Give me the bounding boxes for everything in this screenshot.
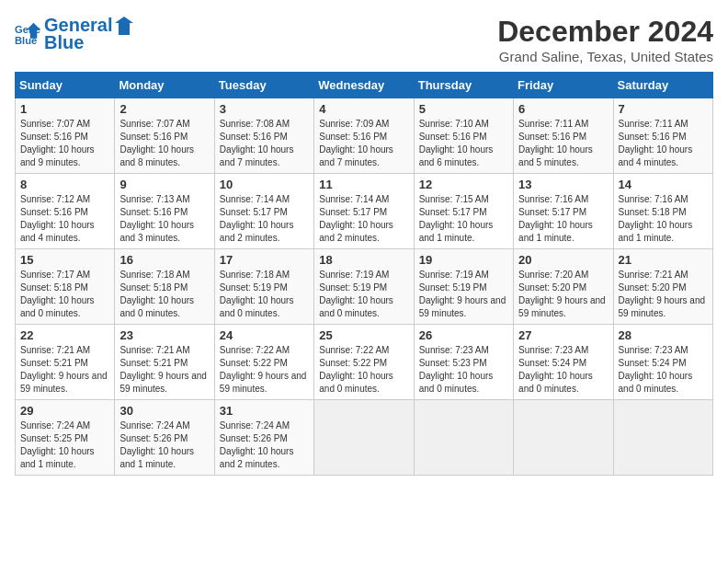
calendar-cell: 8Sunrise: 7:12 AMSunset: 5:16 PMDaylight… xyxy=(16,174,115,249)
page-header: General Blue General Blue December 2024 … xyxy=(15,15,713,64)
day-info: Sunrise: 7:19 AMSunset: 5:19 PMDaylight:… xyxy=(319,269,408,320)
day-header-wednesday: Wednesday xyxy=(314,73,414,98)
calendar-week-row: 8Sunrise: 7:12 AMSunset: 5:16 PMDaylight… xyxy=(16,174,713,249)
day-number: 4 xyxy=(319,102,408,116)
calendar-cell: 31Sunrise: 7:24 AMSunset: 5:26 PMDayligh… xyxy=(214,400,313,476)
day-info: Sunrise: 7:21 AMSunset: 5:20 PMDaylight:… xyxy=(619,269,708,320)
day-number: 30 xyxy=(119,404,209,418)
month-title: December 2024 xyxy=(497,15,713,49)
calendar-cell: 18Sunrise: 7:19 AMSunset: 5:19 PMDayligh… xyxy=(314,249,414,325)
day-number: 25 xyxy=(319,328,408,342)
calendar-cell: 19Sunrise: 7:19 AMSunset: 5:19 PMDayligh… xyxy=(414,249,513,325)
day-number: 11 xyxy=(319,178,408,191)
day-number: 22 xyxy=(20,328,109,342)
calendar-cell: 14Sunrise: 7:16 AMSunset: 5:18 PMDayligh… xyxy=(613,174,712,249)
day-number: 29 xyxy=(20,404,109,418)
day-info: Sunrise: 7:22 AMSunset: 5:22 PMDaylight:… xyxy=(319,344,408,396)
calendar-cell: 12Sunrise: 7:15 AMSunset: 5:17 PMDayligh… xyxy=(414,174,513,249)
calendar-cell: 30Sunrise: 7:24 AMSunset: 5:26 PMDayligh… xyxy=(115,400,214,476)
day-number: 23 xyxy=(119,328,209,342)
day-info: Sunrise: 7:11 AMSunset: 5:16 PMDaylight:… xyxy=(619,118,708,169)
day-number: 16 xyxy=(119,253,209,267)
day-info: Sunrise: 7:24 AMSunset: 5:26 PMDaylight:… xyxy=(119,419,209,471)
calendar-cell: 27Sunrise: 7:23 AMSunset: 5:24 PMDayligh… xyxy=(514,325,613,400)
day-info: Sunrise: 7:16 AMSunset: 5:18 PMDaylight:… xyxy=(619,193,708,245)
calendar-cell: 13Sunrise: 7:16 AMSunset: 5:17 PMDayligh… xyxy=(514,174,613,249)
day-number: 15 xyxy=(20,253,109,267)
day-number: 21 xyxy=(619,253,708,267)
calendar-cell: 26Sunrise: 7:23 AMSunset: 5:23 PMDayligh… xyxy=(414,325,513,400)
calendar-cell xyxy=(613,400,712,476)
day-number: 17 xyxy=(220,253,309,267)
day-number: 27 xyxy=(518,328,608,342)
calendar-cell: 21Sunrise: 7:21 AMSunset: 5:20 PMDayligh… xyxy=(613,249,712,325)
day-number: 6 xyxy=(518,102,608,116)
calendar-week-row: 29Sunrise: 7:24 AMSunset: 5:25 PMDayligh… xyxy=(16,400,713,476)
calendar-cell xyxy=(514,400,613,476)
logo: General Blue General Blue xyxy=(15,15,134,53)
day-header-tuesday: Tuesday xyxy=(214,73,313,98)
day-info: Sunrise: 7:14 AMSunset: 5:17 PMDaylight:… xyxy=(319,193,408,245)
day-info: Sunrise: 7:07 AMSunset: 5:16 PMDaylight:… xyxy=(20,118,109,169)
logo-icon: General Blue xyxy=(15,21,40,47)
day-header-thursday: Thursday xyxy=(414,73,513,98)
calendar-cell: 9Sunrise: 7:13 AMSunset: 5:16 PMDaylight… xyxy=(115,174,214,249)
calendar-cell: 5Sunrise: 7:10 AMSunset: 5:16 PMDaylight… xyxy=(414,98,513,174)
day-info: Sunrise: 7:18 AMSunset: 5:19 PMDaylight:… xyxy=(220,269,309,320)
calendar-cell xyxy=(314,400,414,476)
day-info: Sunrise: 7:14 AMSunset: 5:17 PMDaylight:… xyxy=(220,193,309,245)
day-info: Sunrise: 7:21 AMSunset: 5:21 PMDaylight:… xyxy=(20,344,109,396)
calendar-cell: 29Sunrise: 7:24 AMSunset: 5:25 PMDayligh… xyxy=(16,400,115,476)
calendar-week-row: 15Sunrise: 7:17 AMSunset: 5:18 PMDayligh… xyxy=(16,249,713,325)
calendar-cell: 25Sunrise: 7:22 AMSunset: 5:22 PMDayligh… xyxy=(314,325,414,400)
calendar-cell: 17Sunrise: 7:18 AMSunset: 5:19 PMDayligh… xyxy=(214,249,313,325)
day-number: 13 xyxy=(518,178,608,191)
day-number: 26 xyxy=(419,328,508,342)
day-info: Sunrise: 7:23 AMSunset: 5:24 PMDaylight:… xyxy=(518,344,608,396)
calendar-cell xyxy=(414,400,513,476)
day-number: 5 xyxy=(419,102,508,116)
day-info: Sunrise: 7:09 AMSunset: 5:16 PMDaylight:… xyxy=(319,118,408,169)
day-number: 7 xyxy=(619,102,708,116)
calendar-table: SundayMondayTuesdayWednesdayThursdayFrid… xyxy=(15,72,713,476)
day-number: 14 xyxy=(619,178,708,191)
day-info: Sunrise: 7:13 AMSunset: 5:16 PMDaylight:… xyxy=(119,193,209,245)
svg-marker-3 xyxy=(115,17,133,35)
location-title: Grand Saline, Texas, United States xyxy=(497,49,713,64)
day-info: Sunrise: 7:15 AMSunset: 5:17 PMDaylight:… xyxy=(419,193,508,245)
calendar-cell: 16Sunrise: 7:18 AMSunset: 5:18 PMDayligh… xyxy=(115,249,214,325)
calendar-cell: 15Sunrise: 7:17 AMSunset: 5:18 PMDayligh… xyxy=(16,249,115,325)
calendar-cell: 24Sunrise: 7:22 AMSunset: 5:22 PMDayligh… xyxy=(214,325,313,400)
day-header-friday: Friday xyxy=(514,73,613,98)
day-number: 24 xyxy=(220,328,309,342)
day-info: Sunrise: 7:21 AMSunset: 5:21 PMDaylight:… xyxy=(119,344,209,396)
calendar-week-row: 22Sunrise: 7:21 AMSunset: 5:21 PMDayligh… xyxy=(16,325,713,400)
day-number: 19 xyxy=(419,253,508,267)
calendar-cell: 7Sunrise: 7:11 AMSunset: 5:16 PMDaylight… xyxy=(613,98,712,174)
day-number: 18 xyxy=(319,253,408,267)
day-info: Sunrise: 7:24 AMSunset: 5:26 PMDaylight:… xyxy=(220,419,309,471)
day-number: 12 xyxy=(419,178,508,191)
calendar-cell: 4Sunrise: 7:09 AMSunset: 5:16 PMDaylight… xyxy=(314,98,414,174)
day-info: Sunrise: 7:20 AMSunset: 5:20 PMDaylight:… xyxy=(518,269,608,320)
day-number: 10 xyxy=(220,178,309,191)
calendar-cell: 22Sunrise: 7:21 AMSunset: 5:21 PMDayligh… xyxy=(16,325,115,400)
day-header-monday: Monday xyxy=(115,73,214,98)
day-info: Sunrise: 7:22 AMSunset: 5:22 PMDaylight:… xyxy=(220,344,309,396)
day-info: Sunrise: 7:19 AMSunset: 5:19 PMDaylight:… xyxy=(419,269,508,320)
calendar-header-row: SundayMondayTuesdayWednesdayThursdayFrid… xyxy=(16,73,713,98)
calendar-cell: 6Sunrise: 7:11 AMSunset: 5:16 PMDaylight… xyxy=(514,98,613,174)
day-info: Sunrise: 7:07 AMSunset: 5:16 PMDaylight:… xyxy=(119,118,209,169)
title-area: December 2024 Grand Saline, Texas, Unite… xyxy=(497,15,713,64)
day-info: Sunrise: 7:23 AMSunset: 5:24 PMDaylight:… xyxy=(619,344,708,396)
day-info: Sunrise: 7:12 AMSunset: 5:16 PMDaylight:… xyxy=(20,193,109,245)
logo-flag-icon xyxy=(114,16,134,36)
day-info: Sunrise: 7:16 AMSunset: 5:17 PMDaylight:… xyxy=(518,193,608,245)
day-info: Sunrise: 7:11 AMSunset: 5:16 PMDaylight:… xyxy=(518,118,608,169)
calendar-cell: 1Sunrise: 7:07 AMSunset: 5:16 PMDaylight… xyxy=(16,98,115,174)
day-number: 8 xyxy=(20,178,109,191)
day-number: 1 xyxy=(20,102,109,116)
day-info: Sunrise: 7:23 AMSunset: 5:23 PMDaylight:… xyxy=(419,344,508,396)
calendar-week-row: 1Sunrise: 7:07 AMSunset: 5:16 PMDaylight… xyxy=(16,98,713,174)
day-header-sunday: Sunday xyxy=(16,73,115,98)
